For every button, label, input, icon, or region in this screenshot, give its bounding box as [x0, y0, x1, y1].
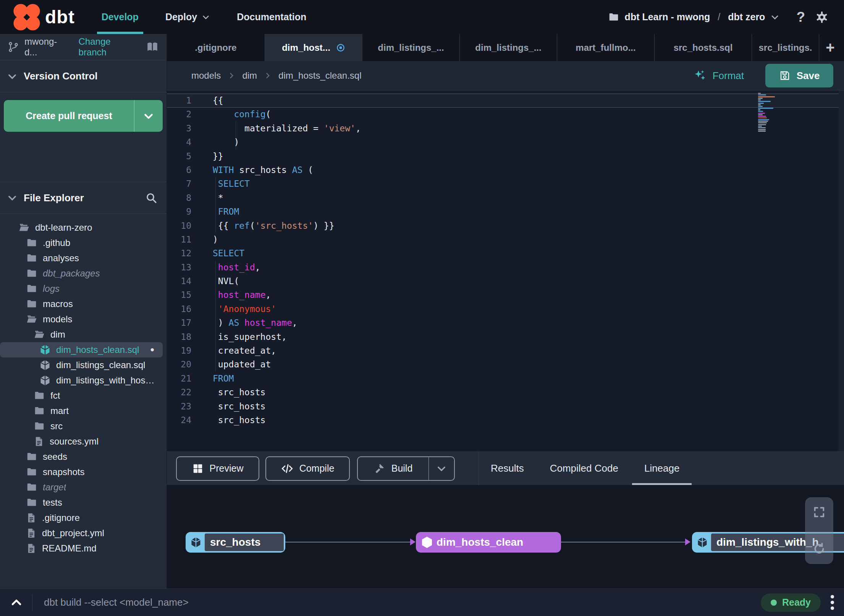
kebab-menu-icon[interactable] — [831, 595, 834, 610]
tab-dim-listings-[interactable]: dim_listings_... — [362, 34, 460, 61]
code-line: created_at, — [213, 344, 821, 357]
code-line: updated_at — [213, 357, 821, 371]
nav-documentation[interactable]: Documentation — [237, 0, 306, 34]
code-line: NVL( — [213, 274, 821, 288]
tab-compiled-code[interactable]: Compiled Code — [549, 452, 619, 485]
branch-row: mwong-d... Change branch — [0, 34, 167, 60]
file-label: dbt_project.yml — [42, 528, 104, 538]
folder-icon — [26, 268, 37, 279]
folder-macros[interactable]: macros — [0, 296, 167, 312]
folder-models[interactable]: models — [0, 312, 167, 327]
file--gitignore[interactable]: .gitignore — [0, 510, 167, 525]
file-readme-md[interactable]: README.md — [0, 541, 167, 556]
code-line: FROM — [213, 372, 821, 385]
folder-fct[interactable]: fct — [0, 388, 167, 403]
file-dim-listings-with-hosts-[interactable]: dim_listings_with_hosts... — [0, 373, 167, 388]
tab-dim-host-[interactable]: dim_host... — [265, 34, 362, 61]
file-label: dbt_packages — [43, 268, 100, 279]
preview-button[interactable]: Preview — [176, 456, 259, 481]
model-cube-icon — [190, 537, 202, 548]
file-explorer-header[interactable]: File Explorer — [0, 182, 167, 214]
floppy-disk-icon — [779, 70, 791, 81]
refresh-icon[interactable] — [812, 542, 826, 556]
nav-develop[interactable]: Develop — [102, 0, 139, 34]
status-badge: Ready — [761, 593, 821, 612]
tab--gitignore[interactable]: .gitignore — [167, 34, 265, 61]
gear-icon[interactable] — [815, 10, 829, 24]
folder-icon — [26, 466, 37, 478]
code-content: {{ config( materialized = 'view', )}}WIT… — [213, 94, 821, 427]
model-icon — [39, 375, 51, 386]
version-control-title: Version Control — [24, 70, 98, 82]
folder-dbt-packages[interactable]: dbt_packages — [0, 266, 167, 281]
folder-src[interactable]: src — [0, 419, 167, 434]
help-icon[interactable]: ? — [796, 9, 805, 25]
lineage-node-src-hosts[interactable]: src_hosts — [186, 532, 285, 553]
folder-analyses[interactable]: analyses — [0, 251, 167, 266]
search-icon[interactable] — [145, 192, 157, 204]
project-selector[interactable]: dbt Learn - mwong / dbt zero — [608, 11, 780, 23]
file-dim-hosts-clean-sql[interactable]: dim_hosts_clean.sql• — [0, 342, 163, 357]
fullscreen-icon[interactable] — [813, 506, 826, 519]
code-line: {{ ref('src_hosts') }} — [213, 219, 821, 233]
file-dim-listings-clean-sql[interactable]: dim_listings_clean.sql — [0, 357, 167, 373]
compile-button[interactable]: Compile — [265, 456, 350, 481]
save-button[interactable]: Save — [765, 64, 833, 87]
folder-snapshots[interactable]: snapshots — [0, 464, 167, 480]
code-editor[interactable]: 123456789101112131415161718192021222324 … — [167, 91, 844, 451]
file-dbt-project-yml[interactable]: dbt_project.yml — [0, 525, 167, 541]
build-dropdown-button[interactable] — [429, 457, 454, 480]
dbt-logo-text: dbt — [45, 6, 75, 27]
git-branch-icon — [8, 41, 19, 53]
model-cube-icon — [420, 536, 433, 549]
tab-results[interactable]: Results — [490, 452, 525, 485]
folder-target[interactable]: target — [0, 480, 167, 495]
folder-dbt-learn-zero[interactable]: dbt-learn-zero — [0, 220, 167, 235]
main-area: .gitignoredim_host...dim_listings_...dim… — [167, 34, 844, 589]
folder--github[interactable]: .github — [0, 235, 167, 251]
format-button[interactable]: Format — [694, 69, 744, 82]
file-sources-yml[interactable]: sources.yml — [0, 434, 167, 449]
tab-src-listings-[interactable]: src_listings. — [752, 34, 819, 61]
new-tab-button[interactable]: + — [819, 34, 841, 61]
folder-seeds[interactable]: seeds — [0, 449, 167, 464]
file-tree: dbt-learn-zero.githubanalysesdbt_package… — [0, 220, 167, 556]
command-bar: dbt build --select <model_name> Ready — [0, 589, 844, 616]
folder-dim[interactable]: dim — [0, 327, 167, 342]
nav-deploy[interactable]: Deploy — [165, 0, 210, 34]
code-line: ) — [213, 135, 821, 149]
chevron-up-icon[interactable] — [10, 596, 23, 609]
build-button[interactable]: Build — [358, 457, 429, 480]
editor-scrollbar[interactable] — [839, 91, 844, 451]
chevron-right-icon — [264, 72, 272, 79]
tab-mart-fullmo-[interactable]: mart_fullmo... — [557, 34, 655, 61]
chevron-down-icon — [202, 13, 210, 21]
tab-lineage[interactable]: Lineage — [644, 452, 681, 485]
lineage-node-dim-hosts-clean[interactable]: dim_hosts_clean — [416, 532, 561, 553]
chevron-down-icon — [770, 13, 779, 22]
tab-dim-listings-[interactable]: dim_listings_... — [460, 34, 557, 61]
folder-logs[interactable]: logs — [0, 281, 167, 296]
version-control-header[interactable]: Version Control — [0, 60, 167, 92]
tab-label: src_hosts.sql — [674, 42, 733, 53]
change-branch-link[interactable]: Change branch — [79, 36, 141, 58]
chevron-down-icon — [143, 110, 154, 122]
folder-icon — [34, 420, 45, 432]
folder-mart[interactable]: mart — [0, 403, 167, 419]
folder-tests[interactable]: tests — [0, 495, 167, 510]
code-line: src_hosts — [213, 385, 821, 399]
minimap[interactable] — [758, 93, 776, 132]
code-line: FROM — [213, 205, 821, 218]
create-pull-request-dropdown[interactable] — [134, 100, 163, 132]
code-line: }} — [213, 149, 821, 163]
create-pull-request-main[interactable]: Create pull request — [4, 100, 134, 132]
book-icon[interactable] — [146, 40, 159, 53]
breadcrumb-part: models — [191, 70, 221, 81]
tab-src-hosts-sql[interactable]: src_hosts.sql — [655, 34, 752, 61]
command-input[interactable]: dbt build --select <model_name> — [44, 597, 761, 608]
line-number-gutter: 123456789101112131415161718192021222324 — [167, 94, 191, 427]
file-label: sources.yml — [50, 436, 99, 447]
file-label: models — [43, 314, 72, 325]
lineage-edge-arrowhead — [410, 538, 416, 545]
chevron-right-icon — [228, 72, 235, 79]
